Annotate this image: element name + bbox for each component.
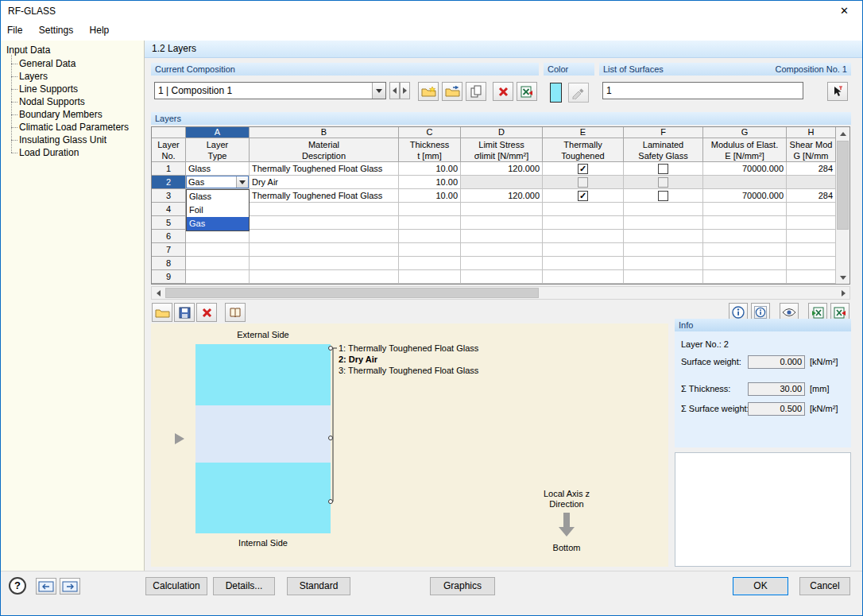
- cell-shear-modulus[interactable]: [787, 257, 836, 270]
- row-number[interactable]: 1: [152, 162, 186, 176]
- previous-composition-button[interactable]: [389, 82, 400, 99]
- cell-limit-stress[interactable]: [461, 257, 543, 270]
- scroll-down-button[interactable]: [836, 271, 849, 284]
- sidebar-item-line-supports[interactable]: Line Supports: [19, 83, 144, 95]
- cell-material-description[interactable]: Thermally Toughened Float Glass: [250, 189, 399, 203]
- dropdown-option-gas[interactable]: Gas: [187, 217, 249, 231]
- cell-layer-type[interactable]: [186, 243, 250, 257]
- cell-material-description[interactable]: [250, 216, 399, 230]
- titlebar[interactable]: RF-GLASS ✕: [1, 1, 862, 21]
- cell-thermally-toughened[interactable]: [543, 257, 624, 270]
- cell-thickness[interactable]: 10.00: [399, 162, 461, 176]
- cell-thickness[interactable]: 10.00: [399, 176, 461, 189]
- copy-composition-button[interactable]: [466, 82, 486, 101]
- cell-material-description[interactable]: [250, 270, 399, 284]
- cell-modulus[interactable]: 70000.000: [703, 162, 787, 176]
- scroll-left-button[interactable]: [152, 287, 164, 299]
- menu-settings[interactable]: Settings: [33, 21, 79, 41]
- pick-surfaces-button[interactable]: [827, 82, 848, 101]
- cell-thickness[interactable]: [399, 216, 461, 230]
- cell-thickness[interactable]: [399, 203, 461, 216]
- next-window-button[interactable]: [60, 578, 80, 595]
- cell-material-description[interactable]: Dry Air: [250, 176, 399, 189]
- delete-composition-button[interactable]: [493, 82, 513, 101]
- cell-shear-modulus[interactable]: [787, 230, 836, 243]
- next-composition-button[interactable]: [400, 82, 410, 99]
- row-number[interactable]: 2: [152, 176, 186, 189]
- scroll-right-button[interactable]: [837, 287, 849, 299]
- column-letter-a[interactable]: A: [186, 127, 250, 138]
- cell-thermally-toughened[interactable]: [543, 230, 624, 243]
- sidebar-item-general-data[interactable]: General Data: [19, 57, 144, 70]
- cell-modulus[interactable]: [703, 203, 787, 216]
- cell-thermally-toughened[interactable]: [543, 270, 624, 284]
- cell-thickness[interactable]: [399, 243, 461, 257]
- cell-thickness[interactable]: [399, 257, 461, 270]
- composition-select[interactable]: 1 | Composition 1: [154, 82, 386, 99]
- sidebar-item-boundary-members[interactable]: Boundary Members: [19, 108, 144, 121]
- cell-shear-modulus[interactable]: 284: [787, 162, 836, 176]
- vertical-scrollbar[interactable]: [836, 127, 849, 284]
- cell-limit-stress[interactable]: [461, 216, 543, 230]
- sidebar-item-insulating-glass-unit[interactable]: Insulating Glass Unit: [19, 134, 144, 146]
- tree-root-input-data[interactable]: Input Data: [1, 41, 144, 57]
- composition-color-swatch[interactable]: [550, 83, 562, 103]
- close-button[interactable]: ✕: [826, 1, 862, 21]
- excel-import-composition-button[interactable]: [517, 82, 537, 101]
- cell-shear-modulus[interactable]: 284: [787, 189, 836, 203]
- cell-thickness[interactable]: [399, 230, 461, 243]
- column-letter-g[interactable]: G: [703, 127, 787, 138]
- cell-laminated-safety-glass[interactable]: [624, 243, 703, 257]
- details-button[interactable]: Details...: [213, 577, 275, 595]
- column-letter-d[interactable]: D: [461, 127, 543, 138]
- cell-laminated-safety-glass[interactable]: [624, 270, 703, 284]
- cell-limit-stress[interactable]: 120.000: [461, 162, 543, 176]
- cell-limit-stress[interactable]: [461, 243, 543, 257]
- cell-material-description[interactable]: Thermally Toughened Float Glass: [250, 162, 399, 176]
- laminated-safety-glass-checkbox[interactable]: [658, 191, 668, 201]
- material-library-button[interactable]: [225, 303, 246, 322]
- cell-laminated-safety-glass[interactable]: [624, 216, 703, 230]
- cell-modulus[interactable]: [703, 216, 787, 230]
- column-letter-h[interactable]: H: [787, 127, 836, 138]
- graphics-button[interactable]: Graphics: [430, 577, 495, 595]
- sidebar-item-load-duration[interactable]: Load Duration: [19, 146, 144, 159]
- cell-modulus[interactable]: [703, 270, 787, 284]
- calculation-button[interactable]: Calculation: [145, 577, 207, 595]
- save-table-button[interactable]: [174, 303, 195, 322]
- cell-shear-modulus[interactable]: [787, 203, 836, 216]
- cell-thickness[interactable]: 10.00: [399, 189, 461, 203]
- cell-modulus[interactable]: [703, 243, 787, 257]
- column-letter-c[interactable]: C: [399, 127, 461, 138]
- delete-rows-button[interactable]: [196, 303, 217, 322]
- thermally-toughened-checkbox[interactable]: ✓: [578, 164, 588, 174]
- thermally-toughened-checkbox[interactable]: ✓: [578, 191, 588, 201]
- row-number[interactable]: 6: [152, 230, 186, 243]
- horizontal-scrollbar[interactable]: [151, 286, 850, 300]
- column-letter-b[interactable]: B: [250, 127, 399, 138]
- load-composition-button[interactable]: [442, 82, 462, 101]
- cancel-button[interactable]: Cancel: [799, 577, 850, 595]
- standard-button[interactable]: Standard: [287, 577, 350, 595]
- cell-modulus[interactable]: 70000.000: [703, 189, 787, 203]
- ok-button[interactable]: OK: [733, 577, 788, 595]
- cell-laminated-safety-glass[interactable]: [624, 230, 703, 243]
- row-number[interactable]: 9: [152, 270, 186, 284]
- cell-thermally-toughened[interactable]: [543, 243, 624, 257]
- cell-limit-stress[interactable]: [461, 203, 543, 216]
- surfaces-list-input[interactable]: 1: [602, 82, 803, 99]
- help-button[interactable]: ?: [9, 577, 26, 595]
- cell-modulus[interactable]: [703, 230, 787, 243]
- cell-modulus[interactable]: [703, 257, 787, 270]
- cell-limit-stress[interactable]: [461, 270, 543, 284]
- horizontal-scroll-thumb[interactable]: [165, 288, 539, 298]
- column-letter-e[interactable]: E: [543, 127, 624, 138]
- menu-file[interactable]: File: [1, 21, 29, 41]
- cell-material-description[interactable]: [250, 230, 399, 243]
- row-number[interactable]: 8: [152, 257, 186, 270]
- cell-layer-type[interactable]: Glass: [186, 162, 250, 176]
- column-letter-f[interactable]: F: [624, 127, 703, 138]
- cell-limit-stress[interactable]: [461, 230, 543, 243]
- laminated-safety-glass-checkbox[interactable]: [658, 164, 668, 174]
- cell-shear-modulus[interactable]: [787, 270, 836, 284]
